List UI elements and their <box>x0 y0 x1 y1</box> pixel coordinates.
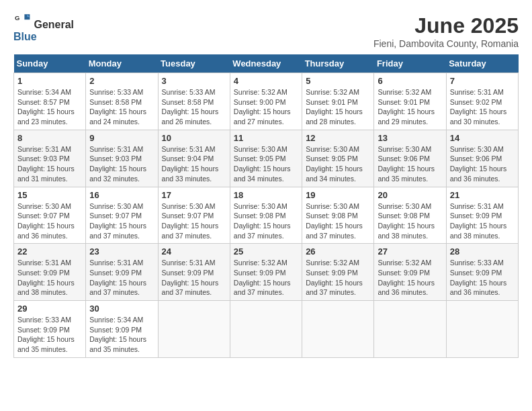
day-number: 8 <box>17 133 82 143</box>
logo-block: G General Blue <box>13 13 74 43</box>
calendar-body: 1Sunrise: 5:34 AM Sunset: 8:57 PM Daylig… <box>14 73 519 358</box>
day-number: 18 <box>234 190 298 200</box>
day-number: 24 <box>162 246 226 257</box>
calendar-cell <box>230 301 302 358</box>
day-info: Sunrise: 5:33 AM Sunset: 8:58 PM Dayligh… <box>89 87 154 127</box>
calendar-cell: 18Sunrise: 5:30 AM Sunset: 9:08 PM Dayli… <box>230 187 302 244</box>
day-number: 23 <box>89 246 154 257</box>
calendar-cell: 11Sunrise: 5:30 AM Sunset: 9:05 PM Dayli… <box>230 130 302 187</box>
day-number: 30 <box>89 304 154 314</box>
day-info: Sunrise: 5:32 AM Sunset: 9:09 PM Dayligh… <box>378 258 442 298</box>
day-number: 2 <box>89 76 154 86</box>
weekday-header-friday: Friday <box>374 54 446 73</box>
day-info: Sunrise: 5:31 AM Sunset: 9:09 PM Dayligh… <box>450 201 515 241</box>
day-info: Sunrise: 5:32 AM Sunset: 9:01 PM Dayligh… <box>306 87 370 127</box>
day-info: Sunrise: 5:30 AM Sunset: 9:07 PM Dayligh… <box>17 201 82 241</box>
weekday-header-wednesday: Wednesday <box>230 54 302 73</box>
svg-text:G: G <box>15 14 19 21</box>
day-info: Sunrise: 5:33 AM Sunset: 9:09 PM Dayligh… <box>450 258 515 298</box>
day-number: 9 <box>89 133 154 143</box>
weekday-header-saturday: Saturday <box>446 54 518 73</box>
calendar-cell: 19Sunrise: 5:30 AM Sunset: 9:08 PM Dayli… <box>302 187 374 244</box>
day-number: 27 <box>378 246 442 257</box>
calendar-week-1: 1Sunrise: 5:34 AM Sunset: 8:57 PM Daylig… <box>14 73 519 130</box>
calendar-cell: 7Sunrise: 5:31 AM Sunset: 9:02 PM Daylig… <box>446 73 518 130</box>
calendar-cell: 8Sunrise: 5:31 AM Sunset: 9:03 PM Daylig… <box>14 130 86 187</box>
day-info: Sunrise: 5:31 AM Sunset: 9:03 PM Dayligh… <box>89 144 154 184</box>
day-info: Sunrise: 5:33 AM Sunset: 8:58 PM Dayligh… <box>162 87 226 127</box>
day-info: Sunrise: 5:31 AM Sunset: 9:09 PM Dayligh… <box>17 258 82 298</box>
calendar-cell: 4Sunrise: 5:32 AM Sunset: 9:00 PM Daylig… <box>230 73 302 130</box>
day-info: Sunrise: 5:30 AM Sunset: 9:08 PM Dayligh… <box>234 201 298 241</box>
calendar-subtitle: Fieni, Dambovita County, Romania <box>373 38 519 49</box>
calendar-header-row: SundayMondayTuesdayWednesdayThursdayFrid… <box>14 54 519 73</box>
logo: G General Blue <box>13 13 74 43</box>
day-info: Sunrise: 5:30 AM Sunset: 9:05 PM Dayligh… <box>234 144 298 184</box>
day-info: Sunrise: 5:32 AM Sunset: 9:09 PM Dayligh… <box>306 258 370 298</box>
weekday-header-thursday: Thursday <box>302 54 374 73</box>
day-info: Sunrise: 5:30 AM Sunset: 9:05 PM Dayligh… <box>306 144 370 184</box>
calendar-cell: 26Sunrise: 5:32 AM Sunset: 9:09 PM Dayli… <box>302 244 374 301</box>
day-number: 5 <box>306 76 370 86</box>
calendar-week-2: 8Sunrise: 5:31 AM Sunset: 9:03 PM Daylig… <box>14 130 519 187</box>
calendar-cell: 23Sunrise: 5:31 AM Sunset: 9:09 PM Dayli… <box>86 244 158 301</box>
day-number: 15 <box>17 190 82 200</box>
calendar-cell: 22Sunrise: 5:31 AM Sunset: 9:09 PM Dayli… <box>14 244 86 301</box>
day-info: Sunrise: 5:30 AM Sunset: 9:06 PM Dayligh… <box>450 144 515 184</box>
day-number: 6 <box>378 76 442 86</box>
calendar-cell <box>446 301 518 358</box>
day-number: 26 <box>306 246 370 257</box>
day-info: Sunrise: 5:32 AM Sunset: 9:09 PM Dayligh… <box>234 258 298 298</box>
day-info: Sunrise: 5:34 AM Sunset: 8:57 PM Dayligh… <box>17 87 82 127</box>
day-number: 12 <box>306 133 370 143</box>
day-info: Sunrise: 5:30 AM Sunset: 9:07 PM Dayligh… <box>89 201 154 241</box>
day-number: 11 <box>234 133 298 143</box>
day-info: Sunrise: 5:32 AM Sunset: 9:00 PM Dayligh… <box>234 87 298 127</box>
day-info: Sunrise: 5:30 AM Sunset: 9:06 PM Dayligh… <box>378 144 442 184</box>
calendar-cell: 13Sunrise: 5:30 AM Sunset: 9:06 PM Dayli… <box>374 130 446 187</box>
calendar-week-3: 15Sunrise: 5:30 AM Sunset: 9:07 PM Dayli… <box>14 187 519 244</box>
calendar-cell: 28Sunrise: 5:33 AM Sunset: 9:09 PM Dayli… <box>446 244 518 301</box>
day-number: 20 <box>378 190 442 200</box>
day-number: 3 <box>162 76 226 86</box>
calendar-cell: 24Sunrise: 5:31 AM Sunset: 9:09 PM Dayli… <box>158 244 230 301</box>
logo-blue: Blue <box>13 31 37 42</box>
calendar-cell: 9Sunrise: 5:31 AM Sunset: 9:03 PM Daylig… <box>86 130 158 187</box>
day-info: Sunrise: 5:33 AM Sunset: 9:09 PM Dayligh… <box>17 315 82 355</box>
day-info: Sunrise: 5:34 AM Sunset: 9:09 PM Dayligh… <box>89 315 154 355</box>
calendar-week-4: 22Sunrise: 5:31 AM Sunset: 9:09 PM Dayli… <box>14 244 519 301</box>
calendar-cell: 27Sunrise: 5:32 AM Sunset: 9:09 PM Dayli… <box>374 244 446 301</box>
day-info: Sunrise: 5:31 AM Sunset: 9:04 PM Dayligh… <box>162 144 226 184</box>
day-number: 14 <box>450 133 515 143</box>
day-number: 29 <box>17 304 82 314</box>
day-number: 10 <box>162 133 226 143</box>
calendar-title: June 2025 <box>373 13 519 38</box>
calendar-cell: 12Sunrise: 5:30 AM Sunset: 9:05 PM Dayli… <box>302 130 374 187</box>
title-block: June 2025 Fieni, Dambovita County, Roman… <box>373 13 519 49</box>
calendar-cell: 25Sunrise: 5:32 AM Sunset: 9:09 PM Dayli… <box>230 244 302 301</box>
calendar-cell: 21Sunrise: 5:31 AM Sunset: 9:09 PM Dayli… <box>446 187 518 244</box>
day-info: Sunrise: 5:31 AM Sunset: 9:09 PM Dayligh… <box>89 258 154 298</box>
calendar-cell: 3Sunrise: 5:33 AM Sunset: 8:58 PM Daylig… <box>158 73 230 130</box>
calendar-cell <box>374 301 446 358</box>
calendar-cell: 5Sunrise: 5:32 AM Sunset: 9:01 PM Daylig… <box>302 73 374 130</box>
calendar-cell: 20Sunrise: 5:30 AM Sunset: 9:08 PM Dayli… <box>374 187 446 244</box>
calendar-cell: 30Sunrise: 5:34 AM Sunset: 9:09 PM Dayli… <box>86 301 158 358</box>
logo-icon: G <box>15 12 31 28</box>
calendar-cell <box>158 301 230 358</box>
day-info: Sunrise: 5:31 AM Sunset: 9:09 PM Dayligh… <box>162 258 226 298</box>
day-number: 28 <box>450 246 515 257</box>
calendar-week-5: 29Sunrise: 5:33 AM Sunset: 9:09 PM Dayli… <box>14 301 519 358</box>
day-number: 19 <box>306 190 370 200</box>
calendar-cell: 16Sunrise: 5:30 AM Sunset: 9:07 PM Dayli… <box>86 187 158 244</box>
day-number: 25 <box>234 246 298 257</box>
calendar-cell: 1Sunrise: 5:34 AM Sunset: 8:57 PM Daylig… <box>14 73 86 130</box>
day-number: 4 <box>234 76 298 86</box>
page-header: G General Blue June 2025 Fieni, Dambovit… <box>13 13 519 49</box>
day-number: 1 <box>17 76 82 86</box>
day-info: Sunrise: 5:30 AM Sunset: 9:08 PM Dayligh… <box>378 201 442 241</box>
calendar-table: SundayMondayTuesdayWednesdayThursdayFrid… <box>13 54 519 358</box>
calendar-cell: 17Sunrise: 5:30 AM Sunset: 9:07 PM Dayli… <box>158 187 230 244</box>
calendar-cell: 6Sunrise: 5:32 AM Sunset: 9:01 PM Daylig… <box>374 73 446 130</box>
calendar-cell: 10Sunrise: 5:31 AM Sunset: 9:04 PM Dayli… <box>158 130 230 187</box>
